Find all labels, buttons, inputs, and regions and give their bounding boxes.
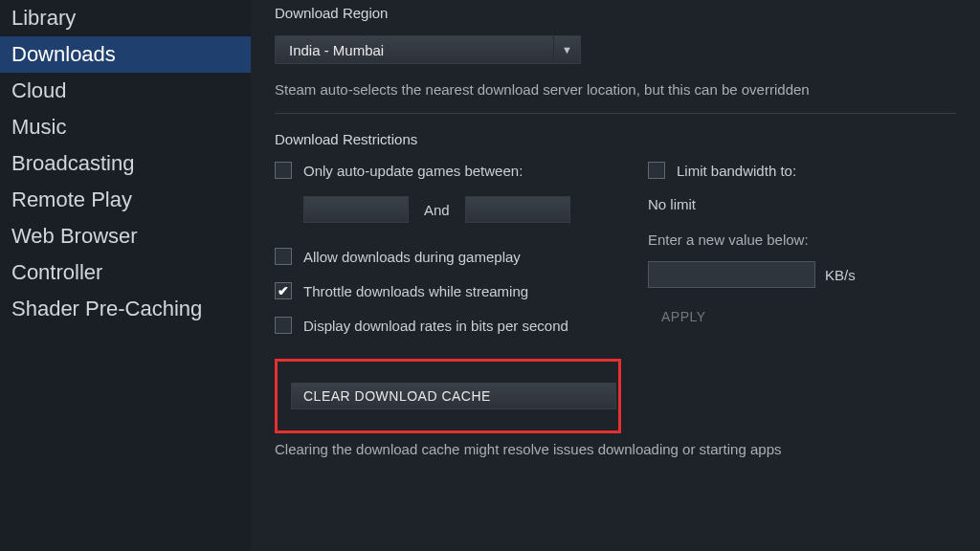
apply-button[interactable]: APPLY — [648, 303, 956, 330]
sidebar-item-downloads[interactable]: Downloads — [0, 36, 251, 73]
sidebar-item-controller[interactable]: Controller — [0, 254, 251, 291]
limit-bandwidth-checkbox[interactable] — [648, 162, 665, 179]
time-end-input[interactable] — [465, 196, 570, 223]
section-divider — [275, 113, 956, 114]
download-region-description: Steam auto-selects the nearest download … — [275, 81, 956, 98]
and-label: And — [424, 202, 450, 218]
download-region-title: Download Region — [275, 5, 956, 21]
allow-gameplay-checkbox[interactable] — [275, 248, 292, 265]
limit-bandwidth-label: Limit bandwidth to: — [677, 163, 796, 179]
sidebar-item-cloud[interactable]: Cloud — [0, 73, 251, 109]
download-region-selected: India - Mumbai — [276, 42, 553, 58]
clear-cache-button[interactable]: CLEAR DOWNLOAD CACHE — [291, 383, 616, 409]
sidebar-item-web-browser[interactable]: Web Browser — [0, 218, 251, 254]
bandwidth-input[interactable] — [648, 261, 815, 288]
chevron-down-icon: ▼ — [553, 36, 580, 63]
sidebar-item-library[interactable]: Library — [0, 0, 251, 36]
bits-label: Display download rates in bits per secon… — [303, 318, 568, 334]
auto-update-label: Only auto-update games between: — [303, 163, 523, 179]
download-restrictions-title: Download Restrictions — [275, 131, 956, 147]
auto-update-checkbox[interactable] — [275, 162, 292, 179]
bits-checkbox[interactable] — [275, 317, 292, 334]
sidebar-item-remote-play[interactable]: Remote Play — [0, 182, 251, 218]
sidebar-item-shader-pre-caching[interactable]: Shader Pre-Caching — [0, 291, 251, 327]
throttle-checkbox[interactable]: ✔ — [275, 282, 292, 299]
settings-sidebar: Library Downloads Cloud Music Broadcasti… — [0, 0, 251, 551]
no-limit-text: No limit — [648, 196, 956, 212]
allow-gameplay-label: Allow downloads during gameplay — [303, 249, 521, 265]
download-region-dropdown[interactable]: India - Mumbai ▼ — [275, 35, 581, 64]
time-start-input[interactable] — [303, 196, 409, 223]
enter-value-label: Enter a new value below: — [648, 231, 956, 248]
highlight-annotation: CLEAR DOWNLOAD CACHE — [275, 359, 621, 433]
sidebar-item-broadcasting[interactable]: Broadcasting — [0, 145, 251, 182]
throttle-label: Throttle downloads while streaming — [303, 283, 528, 299]
settings-content: Download Region India - Mumbai ▼ Steam a… — [251, 0, 980, 551]
clear-cache-description: Clearing the download cache might resolv… — [275, 441, 956, 457]
sidebar-item-music[interactable]: Music — [0, 109, 251, 145]
kbs-unit: KB/s — [825, 267, 856, 283]
